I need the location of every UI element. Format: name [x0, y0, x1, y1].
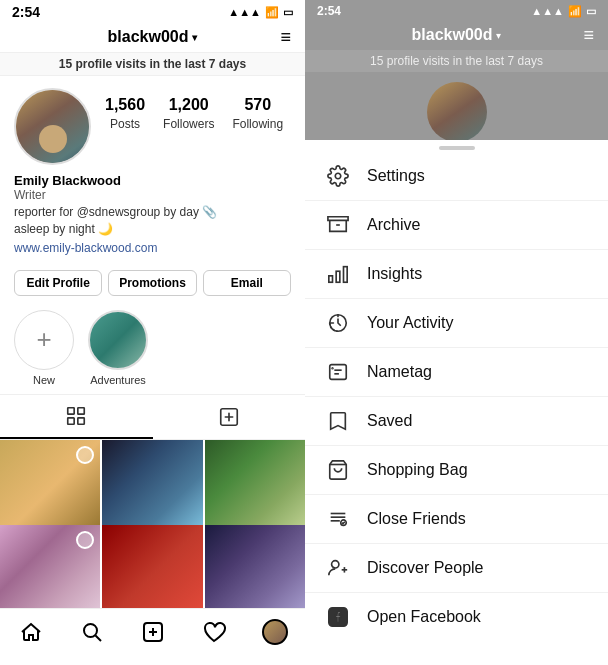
stories-row: + New Adventures	[0, 302, 305, 394]
settings-label: Settings	[367, 167, 425, 185]
signal-icon: ▲▲▲	[228, 6, 261, 18]
followers-label: Followers	[163, 117, 214, 131]
photo-cell[interactable]	[0, 525, 100, 608]
your-activity-label: Your Activity	[367, 314, 454, 332]
grid-icon	[65, 405, 87, 427]
shopping-bag-label: Shopping Bag	[367, 461, 468, 479]
dim-wifi-icon: 📶	[568, 5, 582, 18]
menu-item-discover-people[interactable]: Discover People	[305, 544, 608, 593]
home-icon	[19, 620, 43, 644]
menu-item-open-facebook[interactable]: Open Facebook	[305, 593, 608, 641]
email-button[interactable]: Email	[203, 270, 291, 296]
new-story-circle[interactable]: +	[14, 310, 74, 370]
svg-point-10	[335, 173, 341, 179]
dim-username: blackw00d	[412, 26, 493, 44]
tab-tagged[interactable]	[153, 395, 306, 439]
dim-chevron-icon: ▾	[496, 30, 501, 41]
svg-rect-2	[68, 417, 74, 423]
svg-rect-13	[336, 271, 340, 282]
menu-item-insights[interactable]: Insights	[305, 250, 608, 299]
menu-item-close-friends[interactable]: Close Friends	[305, 495, 608, 544]
edit-profile-button[interactable]: Edit Profile	[14, 270, 102, 296]
chevron-down-icon: ▾	[192, 32, 197, 43]
nav-add[interactable]	[133, 617, 173, 647]
your-activity-icon	[325, 312, 351, 334]
drag-handle-bar	[439, 146, 475, 150]
nametag-label: Nametag	[367, 363, 432, 381]
avatar[interactable]	[14, 88, 91, 165]
tagged-icon	[218, 406, 240, 428]
dim-visits-bar: 15 profile visits in the last 7 days	[305, 50, 608, 72]
bio-section: Emily Blackwood Writer reporter for @sdn…	[0, 173, 305, 264]
add-icon	[141, 620, 165, 644]
bio-link[interactable]: www.emily-blackwood.com	[14, 241, 157, 255]
dim-menu-icon: ≡	[583, 25, 594, 46]
menu-item-saved[interactable]: Saved	[305, 397, 608, 446]
wifi-icon: 📶	[265, 6, 279, 19]
menu-item-nametag[interactable]: Nametag	[305, 348, 608, 397]
discover-people-label: Discover People	[367, 559, 484, 577]
following-count: 570	[232, 96, 283, 114]
insights-icon	[325, 263, 351, 285]
stats-row: 1,560 Posts 1,200 Followers 570 Followin…	[105, 88, 283, 132]
menu-dim-overlay[interactable]: 2:54 ▲▲▲ 📶 ▭ blackw00d ▾ ≡ 15 profile vi…	[305, 0, 608, 140]
facebook-icon	[325, 606, 351, 628]
dim-avatar-row	[305, 72, 608, 148]
nav-profile[interactable]	[255, 617, 295, 647]
discover-people-icon	[325, 557, 351, 579]
multi-select-indicator	[76, 446, 94, 464]
nav-search[interactable]	[72, 617, 112, 647]
drag-handle[interactable]	[305, 140, 608, 152]
followers-stat[interactable]: 1,200 Followers	[163, 96, 214, 132]
saved-icon	[325, 410, 351, 432]
profile-header: blackw00d ▾ ≡	[0, 22, 305, 52]
settings-icon	[325, 165, 351, 187]
visits-bar: 15 profile visits in the last 7 days	[0, 52, 305, 76]
photo-cell[interactable]	[205, 525, 305, 608]
photo-cell[interactable]	[102, 525, 202, 608]
bio-text: reporter for @sdnewsgroup by day 📎 aslee…	[14, 204, 291, 238]
profile-panel: 2:54 ▲▲▲ 📶 ▭ blackw00d ▾ ≡ 15 profile vi…	[0, 0, 305, 665]
menu-item-your-activity[interactable]: Your Activity	[305, 299, 608, 348]
story-thumb-circle[interactable]	[88, 310, 148, 370]
menu-panel: 2:54 ▲▲▲ 📶 ▭ blackw00d ▾ ≡ 15 profile vi…	[305, 0, 608, 665]
menu-list: Settings Archive Insights	[305, 152, 608, 665]
username-area[interactable]: blackw00d ▾	[108, 28, 198, 46]
followers-count: 1,200	[163, 96, 214, 114]
dim-battery-icon: ▭	[586, 5, 596, 18]
dim-header: blackw00d ▾ ≡	[305, 20, 608, 50]
svg-rect-0	[68, 407, 74, 413]
svg-rect-1	[78, 407, 84, 413]
profile-info: 1,560 Posts 1,200 Followers 570 Followin…	[0, 76, 305, 173]
visits-count: 15	[59, 57, 72, 71]
promotions-button[interactable]: Promotions	[108, 270, 196, 296]
action-buttons: Edit Profile Promotions Email	[0, 264, 305, 302]
tab-grid[interactable]	[0, 395, 153, 439]
story-adventures[interactable]: Adventures	[88, 310, 148, 386]
posts-label: Posts	[110, 117, 140, 131]
heart-icon	[202, 620, 226, 644]
nav-heart[interactable]	[194, 617, 234, 647]
posts-stat[interactable]: 1,560 Posts	[105, 96, 145, 132]
search-icon	[80, 620, 104, 644]
dim-avatar	[427, 82, 487, 142]
menu-item-shopping-bag[interactable]: Shopping Bag	[305, 446, 608, 495]
close-friends-label: Close Friends	[367, 510, 466, 528]
story-new-label: New	[33, 374, 55, 386]
status-time: 2:54	[12, 4, 40, 20]
status-bar: 2:54 ▲▲▲ 📶 ▭	[0, 0, 305, 22]
dim-visits-count: 15	[370, 54, 383, 68]
following-stat[interactable]: 570 Following	[232, 96, 283, 132]
story-adventures-label: Adventures	[90, 374, 146, 386]
svg-point-25	[332, 561, 339, 568]
nav-avatar	[262, 619, 288, 645]
menu-item-settings[interactable]: Settings	[305, 152, 608, 201]
svg-rect-16	[330, 365, 347, 380]
close-friends-icon	[325, 508, 351, 530]
menu-item-archive[interactable]: Archive	[305, 201, 608, 250]
nav-home[interactable]	[11, 617, 51, 647]
visits-text: profile visits in the last 7 days	[75, 57, 246, 71]
hamburger-menu-icon[interactable]: ≡	[280, 27, 291, 48]
story-new[interactable]: + New	[14, 310, 74, 386]
dim-visits-text: profile visits in the last 7 days	[387, 54, 543, 68]
